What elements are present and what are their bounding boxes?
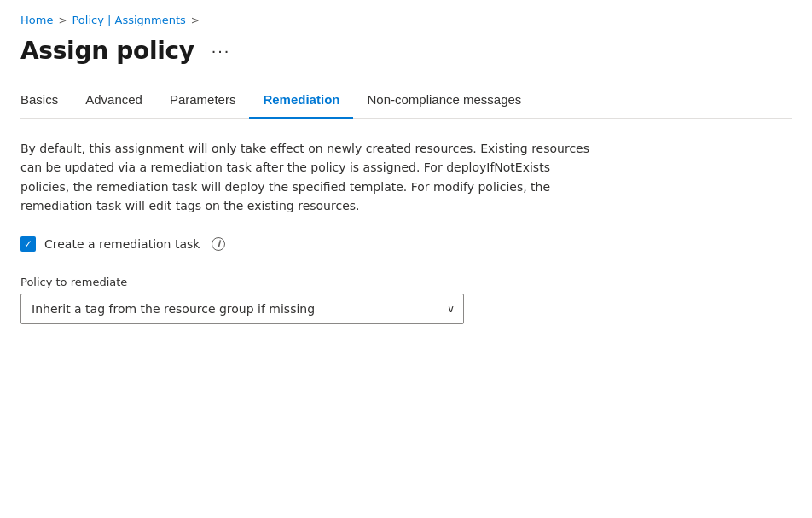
breadcrumb: Home > Policy | Assignments >	[20, 14, 792, 26]
policy-to-remediate-dropdown[interactable]: Inherit a tag from the resource group if…	[20, 294, 464, 324]
dropdown-arrow-icon: ∨	[447, 303, 455, 315]
create-remediation-task-checkbox[interactable]: ✓	[20, 236, 36, 252]
breadcrumb-policy-assignments[interactable]: Policy | Assignments	[72, 14, 185, 26]
tab-non-compliance-messages[interactable]: Non-compliance messages	[353, 85, 535, 119]
policy-to-remediate-field: Policy to remediate Inherit a tag from t…	[20, 276, 600, 324]
tab-advanced[interactable]: Advanced	[72, 85, 156, 119]
page-header: Assign policy ···	[20, 37, 792, 65]
breadcrumb-sep-2: >	[191, 15, 200, 26]
more-options-button[interactable]: ···	[205, 38, 238, 64]
page-title: Assign policy	[20, 37, 194, 65]
content-area: By default, this assignment will only ta…	[20, 139, 600, 324]
policy-to-remediate-label: Policy to remediate	[20, 276, 600, 288]
remediation-description: By default, this assignment will only ta…	[20, 139, 600, 216]
breadcrumb-sep-1: >	[58, 15, 67, 26]
tab-basics[interactable]: Basics	[20, 85, 72, 119]
tab-remediation[interactable]: Remediation	[249, 85, 353, 119]
breadcrumb-home[interactable]: Home	[20, 14, 53, 26]
tab-bar: Basics Advanced Parameters Remediation N…	[20, 85, 792, 119]
create-remediation-task-row: ✓ Create a remediation task i	[20, 236, 600, 252]
create-remediation-task-checkbox-label[interactable]: ✓ Create a remediation task	[20, 236, 200, 252]
policy-dropdown-value: Inherit a tag from the resource group if…	[32, 302, 440, 316]
tab-parameters[interactable]: Parameters	[156, 85, 250, 119]
checkbox-checkmark: ✓	[24, 239, 32, 249]
create-remediation-task-label: Create a remediation task	[44, 237, 200, 251]
remediation-task-info-icon[interactable]: i	[212, 237, 225, 251]
